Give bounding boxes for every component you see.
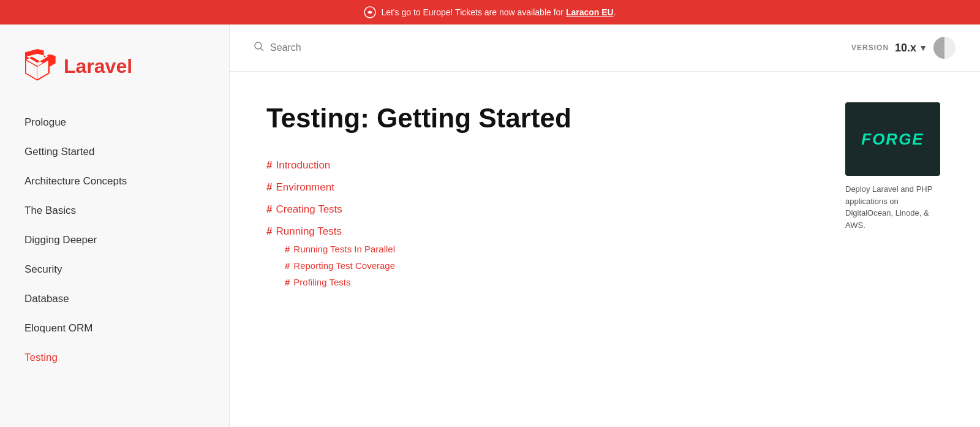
toc-item-profiling-tests: # Profiling Tests <box>285 277 821 287</box>
hash-icon: # <box>266 181 272 194</box>
toc-link-reporting-coverage[interactable]: # Reporting Test Coverage <box>285 260 821 271</box>
search-area <box>254 42 839 54</box>
sidebar: Laravel Prologue Getting Started Archite… <box>0 25 230 427</box>
content: Testing: Getting Started # Introduction … <box>230 72 980 427</box>
forge-ad: FORGE Deploy Laravel and PHP application… <box>845 102 943 231</box>
theme-toggle-button[interactable] <box>933 37 956 59</box>
page-title: Testing: Getting Started <box>266 102 821 135</box>
toc-item-reporting-coverage: # Reporting Test Coverage <box>285 260 821 271</box>
hash-icon: # <box>285 260 290 271</box>
toc-link-creating-tests[interactable]: # Creating Tests <box>266 203 821 216</box>
sidebar-item-prologue[interactable]: Prologue <box>0 108 229 137</box>
toc-item-creating-tests: # Creating Tests <box>266 203 821 216</box>
toc-sub-running-tests: # Running Tests In Parallel # Reporting … <box>285 244 821 287</box>
svg-point-1 <box>255 42 262 49</box>
sidebar-item-getting-started[interactable]: Getting Started <box>0 137 229 167</box>
toc-link-running-parallel[interactable]: # Running Tests In Parallel <box>285 244 821 254</box>
sidebar-nav: Prologue Getting Started Architecture Co… <box>0 108 229 372</box>
version-select[interactable]: 10.x ▼ <box>895 42 927 55</box>
toc-item-environment: # Environment <box>266 181 821 194</box>
content-sidebar: FORGE Deploy Laravel and PHP application… <box>845 102 943 396</box>
version-label: VERSION <box>851 43 889 52</box>
hash-icon: # <box>266 203 272 216</box>
search-input[interactable] <box>270 42 839 53</box>
toc-item-running-tests: # Running Tests # Running Tests In Paral… <box>266 225 821 287</box>
search-icon <box>254 42 264 54</box>
toc-link-environment[interactable]: # Environment <box>266 181 821 194</box>
top-banner: Let's go to Europe! Tickets are now avai… <box>0 0 980 25</box>
hash-icon: # <box>266 159 272 172</box>
sidebar-item-eloquent-orm[interactable]: Eloquent ORM <box>0 314 229 343</box>
toc-link-introduction[interactable]: # Introduction <box>266 159 821 172</box>
forge-logo: FORGE <box>861 130 924 149</box>
chevron-down-icon: ▼ <box>919 43 927 53</box>
toc-list: # Introduction # Environment # Cre <box>266 159 821 287</box>
sidebar-item-testing[interactable]: Testing <box>0 343 229 372</box>
sidebar-item-security[interactable]: Security <box>0 255 229 284</box>
version-area: VERSION 10.x ▼ <box>851 37 956 59</box>
sidebar-item-the-basics[interactable]: The Basics <box>0 196 229 225</box>
logo-text: Laravel <box>64 55 132 78</box>
sidebar-item-database[interactable]: Database <box>0 284 229 314</box>
sidebar-item-architecture-concepts[interactable]: Architecture Concepts <box>0 167 229 196</box>
toc-item-running-parallel: # Running Tests In Parallel <box>285 244 821 254</box>
toc-item-introduction: # Introduction <box>266 159 821 172</box>
toc-link-running-tests[interactable]: # Running Tests <box>266 225 821 238</box>
forge-description: Deploy Laravel and PHP applications on D… <box>845 183 943 231</box>
toc-link-profiling-tests[interactable]: # Profiling Tests <box>285 277 821 287</box>
forge-image: FORGE <box>845 102 940 176</box>
hash-icon: # <box>266 225 272 238</box>
hash-icon: # <box>285 277 290 287</box>
banner-link[interactable]: Laracon EU <box>566 7 614 17</box>
hash-icon: # <box>285 244 290 254</box>
banner-icon <box>364 6 376 18</box>
laravel-logo-icon <box>24 49 56 83</box>
banner-text: Let's go to Europe! Tickets are now avai… <box>381 7 616 17</box>
sidebar-item-digging-deeper[interactable]: Digging Deeper <box>0 225 229 255</box>
version-value: 10.x <box>895 42 916 55</box>
logo-area: Laravel <box>0 49 229 108</box>
header: VERSION 10.x ▼ <box>230 25 980 72</box>
content-main: Testing: Getting Started # Introduction … <box>266 102 821 396</box>
main-content: VERSION 10.x ▼ Testing: Getting Started … <box>230 25 980 427</box>
